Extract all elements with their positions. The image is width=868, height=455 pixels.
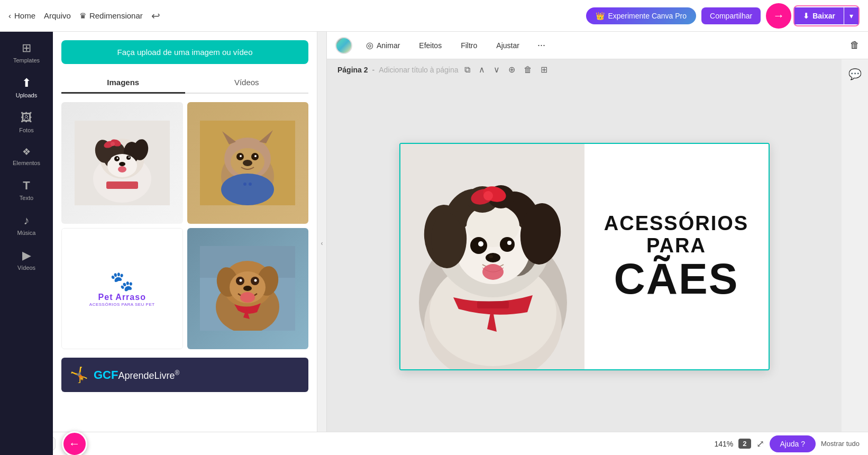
svg-point-61 — [483, 191, 493, 201]
dog1-svg — [75, 121, 170, 205]
ajustar-button[interactable]: Ajustar — [491, 38, 525, 53]
page-up-button[interactable]: ∧ — [477, 63, 487, 76]
svg-point-66 — [500, 237, 515, 252]
animar-icon: ◎ — [366, 40, 373, 50]
page-delete-button[interactable]: 🗑 — [522, 63, 534, 76]
svg-point-70 — [486, 253, 500, 262]
collapse-icon: ‹ — [321, 240, 323, 247]
filtro-button[interactable]: Filtro — [455, 38, 482, 53]
tab-images[interactable]: Imagens — [61, 72, 185, 94]
animar-button[interactable]: ◎ Animar — [361, 37, 405, 53]
page-label-row: Página 2 - Adicionar título à página ⧉ ∧… — [327, 59, 560, 80]
gcf-banner: 🤸 GCFAprendeLivre® — [61, 358, 308, 392]
upload-button[interactable]: Faça upload de uma imagem ou vídeo — [61, 40, 308, 64]
upload-image-logo[interactable]: 🐾 Pet Arraso ACESSÓRIOS PARA SEU PET — [61, 228, 183, 350]
baixar-group: ⬇ Baixar ▾ — [793, 5, 860, 26]
gcf-figure-icon: 🤸 — [70, 366, 88, 384]
main-layout: ⊞ Templates ⬆ Uploads 🖼 Fotos ❖ Elemento… — [0, 32, 868, 455]
comment-button[interactable]: 💬 — [845, 65, 865, 84]
page-controls: ⧉ ∧ ∨ ⊕ 🗑 ⊞ — [462, 63, 550, 76]
svg-rect-30 — [237, 180, 258, 193]
compartilhar-button[interactable]: Compartilhar — [701, 7, 761, 24]
svg-point-8 — [116, 157, 118, 159]
elementos-icon: ❖ — [22, 146, 31, 158]
upload-image-dog3[interactable] — [187, 228, 309, 350]
svg-point-11 — [118, 166, 126, 172]
arquivo-button[interactable]: Arquivo — [44, 11, 71, 20]
svg-point-44 — [243, 286, 252, 291]
svg-point-43 — [254, 279, 257, 282]
sidebar-item-templates[interactable]: ⊞ Templates — [3, 36, 50, 69]
svg-point-27 — [254, 155, 257, 157]
uploads-icon: ⬆ — [22, 76, 31, 90]
main-dog-svg — [400, 144, 584, 369]
upload-image-dog1[interactable] — [61, 102, 183, 224]
page-add-button[interactable]: ⊞ — [538, 63, 550, 76]
zoom-level: 141% — [714, 440, 733, 448]
bottom-bar: cães.png ∧ ← 141% 2 ⤢ Ajuda ? Mostrar tu… — [0, 432, 868, 455]
svg-rect-17 — [106, 181, 138, 189]
design-canvas[interactable]: ACESSÓRIOS PARA CÃES — [399, 143, 770, 370]
sidebar-item-elementos[interactable]: ❖ Elementos — [3, 141, 50, 171]
dog2-svg — [200, 121, 295, 205]
ajuda-button[interactable]: Ajuda ? — [770, 435, 816, 452]
svg-point-67 — [478, 241, 483, 247]
page-copy-button[interactable]: ⧉ — [462, 63, 472, 76]
canvas-text-area: ACESSÓRIOS PARA CÃES — [584, 144, 769, 369]
canva-pro-button[interactable]: 👑 Experimente Canva Pro — [586, 7, 696, 24]
svg-point-45 — [240, 292, 255, 303]
page-down-button[interactable]: ∨ — [491, 63, 502, 76]
more-tools-button[interactable]: ··· — [533, 38, 550, 53]
collapse-handle[interactable]: ‹ — [317, 32, 327, 455]
page-title-placeholder[interactable]: Adicionar título à página — [379, 66, 458, 74]
home-button[interactable]: ‹ Home — [8, 11, 35, 20]
efeitos-button[interactable]: Efeitos — [414, 38, 447, 53]
sidebar-item-videos[interactable]: ▶ Vídeos — [3, 243, 50, 276]
download-icon: ⬇ — [803, 12, 809, 20]
page-badge: 2 — [738, 439, 751, 449]
svg-point-28 — [243, 160, 252, 166]
back-button[interactable]: ← — [62, 431, 87, 456]
sidebar-item-musica[interactable]: ♪ Música — [3, 208, 50, 241]
uploads-panel: Faça upload de uma imagem ou vídeo Image… — [53, 32, 317, 455]
page-duplicate-button[interactable]: ⊕ — [506, 63, 517, 76]
tab-videos[interactable]: Vídeos — [185, 72, 309, 93]
svg-point-16 — [111, 142, 115, 146]
sidebar-item-uploads[interactable]: ⬆ Uploads — [3, 71, 50, 104]
gcf-sub: AprendeLivre® — [118, 370, 179, 381]
top-bar-left: ‹ Home Arquivo ♛ Redimensionar ↩ — [8, 10, 160, 22]
musica-icon: ♪ — [24, 214, 30, 228]
pet-logo-box: 🐾 Pet Arraso ACESSÓRIOS PARA SEU PET — [62, 229, 182, 349]
texto-icon: T — [23, 179, 30, 193]
undo-button[interactable]: ↩ — [151, 10, 160, 22]
svg-point-31 — [243, 183, 246, 186]
fullscreen-button[interactable]: ⤢ — [756, 438, 764, 450]
sidebar-item-texto[interactable]: T Texto — [3, 174, 50, 206]
mostrar-tudo-link[interactable]: Mostrar tudo — [821, 440, 860, 448]
icon-sidebar: ⊞ Templates ⬆ Uploads 🖼 Fotos ❖ Elemento… — [0, 32, 53, 455]
redimensionar-button[interactable]: ♛ Redimensionar — [79, 11, 143, 21]
upload-image-dog2[interactable] — [187, 102, 309, 224]
dog3-svg — [200, 246, 295, 331]
baixar-button[interactable]: ⬇ Baixar — [794, 7, 844, 24]
canvas-wrapper: ACESSÓRIOS PARA CÃES — [327, 80, 842, 433]
delete-button[interactable]: 🗑 — [850, 40, 860, 51]
sidebar-item-fotos[interactable]: 🖼 Fotos — [3, 106, 50, 139]
tabs-row: Imagens Vídeos — [61, 72, 308, 94]
svg-point-10 — [119, 162, 125, 166]
gcf-brand: GCF — [94, 368, 118, 381]
page-label: Página 2 — [337, 66, 368, 74]
svg-point-7 — [126, 156, 131, 160]
fotos-icon: 🖼 — [21, 111, 32, 125]
images-grid: 🐾 Pet Arraso ACESSÓRIOS PARA SEU PET — [61, 102, 308, 349]
svg-point-68 — [507, 241, 511, 245]
secondary-bar: ◎ Animar Efeitos Filtro Ajustar ··· 🗑 — [327, 32, 868, 59]
gcf-text: GCFAprendeLivre® — [94, 368, 179, 382]
next-arrow-button[interactable]: → — [766, 3, 791, 29]
color-circle[interactable] — [335, 37, 352, 54]
svg-point-9 — [129, 157, 130, 158]
crown-icon: ♛ — [79, 11, 86, 21]
canvas-dog-image — [400, 144, 584, 369]
zoom-info: 141% 2 ⤢ Ajuda ? Mostrar tudo — [714, 435, 860, 452]
baixar-dropdown-button[interactable]: ▾ — [844, 7, 858, 24]
